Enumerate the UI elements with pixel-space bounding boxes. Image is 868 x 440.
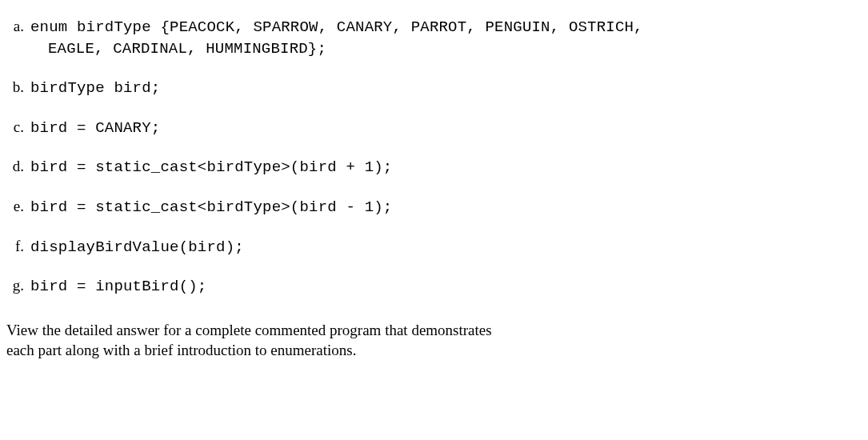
- item-marker: g.: [6, 275, 30, 297]
- list-item: d. bird = static_cast<birdType>(bird + 1…: [6, 156, 854, 178]
- footer-line: each part along with a brief introductio…: [6, 342, 356, 358]
- code-block: bird = inputBird();: [30, 276, 206, 298]
- code-line: bird = static_cast<birdType>(bird - 1);: [30, 198, 392, 216]
- code-line: enum birdType {PEACOCK, SPARROW, CANARY,…: [30, 18, 643, 36]
- list-item: c. bird = CANARY;: [6, 117, 854, 139]
- list-item: f. displayBirdValue(bird);: [6, 236, 854, 258]
- code-continuation: EAGLE, CARDINAL, HUMMINGBIRD};: [30, 38, 643, 60]
- footer-paragraph: View the detailed answer for a complete …: [6, 320, 854, 361]
- enum-list: a. enum birdType {PEACOCK, SPARROW, CANA…: [6, 16, 854, 298]
- code-line: bird = static_cast<birdType>(bird + 1);: [30, 158, 392, 176]
- code-block: bird = CANARY;: [30, 118, 160, 139]
- code-block: bird = static_cast<birdType>(bird - 1);: [30, 197, 392, 218]
- code-line: birdType bird;: [30, 79, 160, 97]
- item-marker: f.: [6, 236, 30, 258]
- code-block: bird = static_cast<birdType>(bird + 1);: [30, 157, 392, 178]
- list-item: e. bird = static_cast<birdType>(bird - 1…: [6, 196, 854, 218]
- code-line: displayBirdValue(bird);: [30, 238, 244, 256]
- item-marker: d.: [6, 156, 30, 178]
- code-block: displayBirdValue(bird);: [30, 237, 244, 258]
- footer-line: View the detailed answer for a complete …: [6, 322, 492, 338]
- code-line: bird = inputBird();: [30, 278, 206, 295]
- item-marker: a.: [6, 16, 30, 38]
- item-marker: b.: [6, 77, 30, 98]
- item-marker: c.: [6, 117, 30, 138]
- code-block: enum birdType {PEACOCK, SPARROW, CANARY,…: [30, 17, 643, 59]
- list-item: g. bird = inputBird();: [6, 275, 854, 298]
- code-line: bird = CANARY;: [30, 119, 160, 137]
- list-item: b. birdType bird;: [6, 77, 854, 99]
- item-marker: e.: [6, 196, 30, 218]
- list-item: a. enum birdType {PEACOCK, SPARROW, CANA…: [6, 16, 854, 59]
- code-block: birdType bird;: [30, 78, 160, 99]
